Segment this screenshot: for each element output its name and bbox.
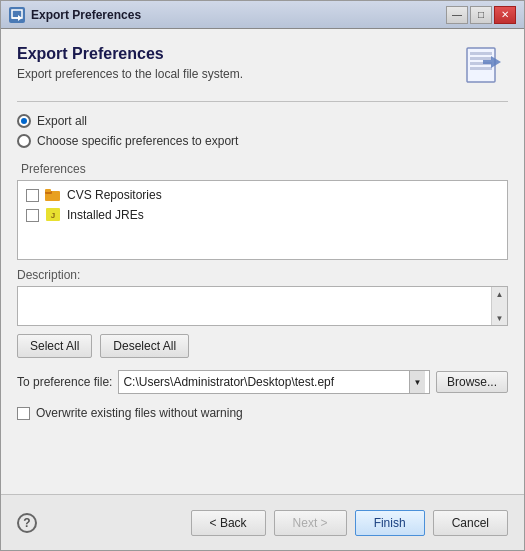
- choose-specific-label: Choose specific preferences to export: [37, 134, 238, 148]
- svg-rect-4: [470, 52, 492, 55]
- file-section: To preference file: C:\Users\Administrat…: [17, 370, 508, 394]
- scroll-down-arrow[interactable]: ▼: [495, 313, 505, 323]
- header-divider: [17, 101, 508, 102]
- select-buttons: Select All Deselect All: [17, 334, 508, 358]
- deselect-all-button[interactable]: Deselect All: [100, 334, 189, 358]
- radio-group: Export all Choose specific preferences t…: [17, 114, 508, 154]
- header-text: Export Preferences Export preferences to…: [17, 45, 450, 81]
- file-label: To preference file:: [17, 375, 112, 389]
- browse-button[interactable]: Browse...: [436, 371, 508, 393]
- list-item[interactable]: J Installed JREs: [22, 205, 503, 225]
- svg-rect-5: [470, 57, 492, 60]
- preferences-box: CVS Repositories J Installed JREs: [17, 180, 508, 260]
- jre-icon: J: [45, 207, 61, 223]
- svg-rect-7: [470, 67, 492, 70]
- bottom-bar: ? < Back Next > Finish Cancel: [1, 494, 524, 550]
- overwrite-checkbox[interactable]: [17, 407, 30, 420]
- svg-text:J: J: [51, 211, 55, 220]
- select-all-button[interactable]: Select All: [17, 334, 92, 358]
- window-controls: — □ ✕: [446, 6, 516, 24]
- svg-rect-0: [12, 10, 22, 18]
- cancel-button[interactable]: Cancel: [433, 510, 508, 536]
- cvs-label: CVS Repositories: [67, 188, 162, 202]
- export-all-label: Export all: [37, 114, 87, 128]
- export-all-radio[interactable]: Export all: [17, 114, 508, 128]
- description-input[interactable]: [18, 287, 491, 325]
- file-combo[interactable]: C:\Users\Administrator\Desktop\test.epf …: [118, 370, 430, 394]
- finish-button[interactable]: Finish: [355, 510, 425, 536]
- description-section: Description: ▲ ▼: [17, 268, 508, 326]
- back-button[interactable]: < Back: [191, 510, 266, 536]
- maximize-button[interactable]: □: [470, 6, 492, 24]
- overwrite-label: Overwrite existing files without warning: [36, 406, 243, 420]
- header-subtitle: Export preferences to the local file sys…: [17, 67, 450, 81]
- minimize-button[interactable]: —: [446, 6, 468, 24]
- jre-label: Installed JREs: [67, 208, 144, 222]
- cvs-checkbox[interactable]: [26, 189, 39, 202]
- list-item[interactable]: CVS Repositories: [22, 185, 503, 205]
- close-button[interactable]: ✕: [494, 6, 516, 24]
- title-bar: Export Preferences — □ ✕: [1, 1, 524, 29]
- scroll-up-arrow[interactable]: ▲: [495, 289, 505, 299]
- choose-specific-radio[interactable]: Choose specific preferences to export: [17, 134, 508, 148]
- file-path-text: C:\Users\Administrator\Desktop\test.epf: [123, 375, 409, 389]
- preferences-group: Preferences CVS Repositories: [17, 162, 508, 260]
- svg-rect-11: [45, 189, 51, 192]
- cvs-icon: [45, 187, 61, 203]
- preferences-label: Preferences: [21, 162, 508, 176]
- jre-checkbox[interactable]: [26, 209, 39, 222]
- description-scrollbar: ▲ ▼: [491, 287, 507, 325]
- export-all-radio-input[interactable]: [17, 114, 31, 128]
- file-combo-arrow[interactable]: ▼: [409, 371, 425, 393]
- description-label: Description:: [17, 268, 508, 282]
- header-section: Export Preferences Export preferences to…: [17, 45, 508, 85]
- export-preferences-window: Export Preferences — □ ✕ Export Preferen…: [0, 0, 525, 551]
- content-area: Export Preferences Export preferences to…: [1, 29, 524, 494]
- overwrite-section[interactable]: Overwrite existing files without warning: [17, 406, 508, 420]
- bottom-buttons: < Back Next > Finish Cancel: [191, 510, 508, 536]
- header-title: Export Preferences: [17, 45, 450, 63]
- choose-specific-radio-input[interactable]: [17, 134, 31, 148]
- export-icon: [460, 45, 508, 85]
- description-box: ▲ ▼: [17, 286, 508, 326]
- window-icon: [9, 7, 25, 23]
- help-icon[interactable]: ?: [17, 513, 37, 533]
- next-button[interactable]: Next >: [274, 510, 347, 536]
- spacer: [17, 432, 508, 494]
- window-title: Export Preferences: [31, 8, 446, 22]
